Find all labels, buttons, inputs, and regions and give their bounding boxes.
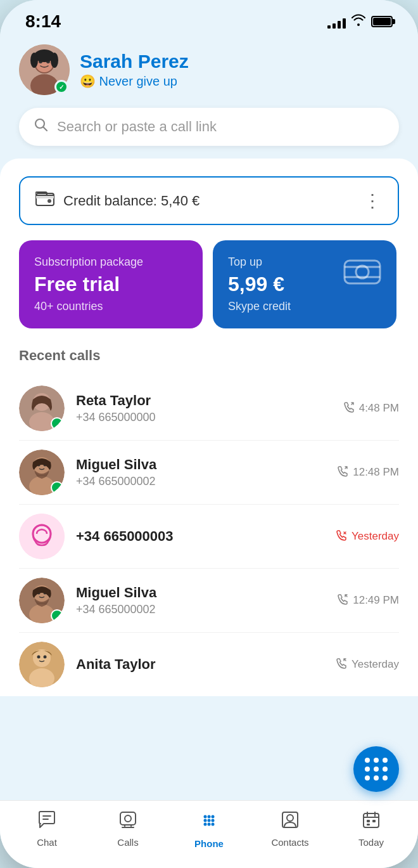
battery-icon <box>371 16 393 27</box>
online-status-badge <box>51 481 63 494</box>
svg-point-58 <box>212 823 215 826</box>
nav-contacts-label: Contacts <box>271 837 308 848</box>
avatar <box>19 385 65 431</box>
promo-topup-info: Top up 5,99 € Skype credit <box>228 256 291 313</box>
credit-balance-text: Credit balance: 5,40 € <box>63 193 200 209</box>
bottom-nav: Chat Calls <box>0 800 418 868</box>
contact-name: Miguel Silva <box>76 585 325 601</box>
avatar <box>19 578 65 623</box>
call-time-wrap: Yesterday <box>335 657 399 673</box>
nav-item-calls[interactable]: Calls <box>103 811 153 849</box>
svg-point-8 <box>51 53 58 68</box>
avatar <box>19 642 65 687</box>
dialpad-fab-button[interactable] <box>353 746 399 792</box>
call-item[interactable]: Miguel Silva +34 665000002 12:48 PM <box>19 441 399 505</box>
nav-calls-label: Calls <box>117 837 138 848</box>
call-item[interactable]: Miguel Silva +34 665000002 12:49 PM <box>19 569 399 633</box>
online-badge <box>54 80 68 94</box>
search-placeholder: Search or paste a call link <box>57 119 217 135</box>
phone-icon <box>200 811 218 834</box>
nav-item-phone[interactable]: Phone <box>184 811 234 849</box>
call-info: Anita Taylor <box>76 656 324 673</box>
svg-point-52 <box>212 815 215 819</box>
call-time: Yesterday <box>335 657 399 673</box>
main-content: Credit balance: 5,40 € ⋮ Subscription pa… <box>0 159 418 696</box>
svg-rect-16 <box>345 261 380 283</box>
credit-card[interactable]: Credit balance: 5,40 € ⋮ <box>19 176 399 225</box>
promo-subscription-label: Subscription package <box>34 256 187 269</box>
svg-point-57 <box>208 823 211 826</box>
svg-rect-67 <box>367 824 370 826</box>
promo-topup-label: Top up <box>228 256 291 269</box>
nav-item-today[interactable]: Today <box>346 811 396 849</box>
search-icon <box>34 118 48 136</box>
today-icon <box>362 811 381 833</box>
call-time-wrap: 12:48 PM <box>336 465 399 481</box>
call-direction-icon <box>336 593 349 609</box>
nav-phone-label: Phone <box>194 838 224 849</box>
call-timestamp: Yesterday <box>352 658 399 671</box>
svg-point-51 <box>208 815 211 819</box>
online-status-badge <box>51 417 63 430</box>
svg-point-45 <box>125 815 131 822</box>
call-timestamp: Yesterday <box>352 530 399 543</box>
promo-card-topup[interactable]: Top up 5,99 € Skype credit <box>213 240 396 328</box>
call-info: Miguel Silva +34 665000002 <box>76 585 325 616</box>
svg-line-10 <box>44 127 48 131</box>
contact-name: Anita Taylor <box>76 656 324 673</box>
more-menu-button[interactable]: ⋮ <box>364 190 383 211</box>
status-time: 8:14 <box>25 11 61 32</box>
svg-point-54 <box>208 819 211 822</box>
svg-point-60 <box>287 815 293 821</box>
header-section: Sarah Perez 😀 Never give up <box>0 38 418 108</box>
search-section: Search or paste a call link <box>0 108 418 159</box>
contact-name: Miguel Silva <box>76 457 325 473</box>
contact-number: +34 665000002 <box>76 475 325 488</box>
call-info: Miguel Silva +34 665000002 <box>76 457 325 488</box>
svg-point-40 <box>37 656 41 659</box>
nav-item-chat[interactable]: Chat <box>22 811 72 849</box>
nav-item-contacts[interactable]: Contacts <box>265 811 315 849</box>
call-timestamp: 12:49 PM <box>353 594 399 607</box>
svg-rect-66 <box>372 820 376 822</box>
chat-icon <box>37 811 56 833</box>
call-time-wrap: 4:48 PM <box>343 401 399 417</box>
user-status: 😀 Never give up <box>80 74 399 89</box>
svg-point-7 <box>30 53 38 68</box>
call-time-wrap: 12:49 PM <box>336 593 399 609</box>
missed-call-icon <box>335 529 348 545</box>
avatar <box>19 450 65 495</box>
promo-topup-sub: Skype credit <box>228 300 291 313</box>
svg-point-55 <box>212 819 215 822</box>
svg-rect-65 <box>367 820 370 822</box>
call-info: +34 665000003 <box>76 528 324 545</box>
svg-point-30 <box>19 514 65 559</box>
svg-point-53 <box>204 819 207 822</box>
promo-subscription-sub: 40+ countries <box>34 300 187 313</box>
svg-point-56 <box>204 823 207 826</box>
call-time: 4:48 PM <box>343 401 399 417</box>
status-icons <box>327 13 393 30</box>
contacts-icon <box>281 811 300 833</box>
call-item[interactable]: Anita Taylor Yesterday <box>19 633 399 696</box>
svg-rect-61 <box>364 813 379 827</box>
svg-point-50 <box>204 815 207 819</box>
svg-rect-44 <box>120 812 136 825</box>
search-bar[interactable]: Search or paste a call link <box>19 108 399 146</box>
missed-call-time: Yesterday <box>335 529 399 545</box>
recent-calls-section: Recent calls Reta Taylor <box>19 347 399 696</box>
call-direction-icon <box>335 657 348 673</box>
call-time-wrap: Yesterday <box>335 529 399 545</box>
phone-frame: 8:14 <box>0 0 418 868</box>
promo-topup-amount: 5,99 € <box>228 273 291 296</box>
promo-cards: Subscription package Free trial 40+ coun… <box>19 240 399 328</box>
credit-left: Credit balance: 5,40 € <box>35 191 200 211</box>
avatar <box>19 514 65 559</box>
user-avatar-container[interactable] <box>19 44 70 95</box>
promo-card-subscription[interactable]: Subscription package Free trial 40+ coun… <box>19 240 203 328</box>
call-time: 12:49 PM <box>336 593 399 609</box>
online-status-badge <box>51 609 63 622</box>
wifi-icon <box>351 13 366 30</box>
call-item[interactable]: +34 665000003 Yesterday <box>19 505 399 569</box>
call-item[interactable]: Reta Taylor +34 665000000 4:48 PM <box>19 377 399 441</box>
